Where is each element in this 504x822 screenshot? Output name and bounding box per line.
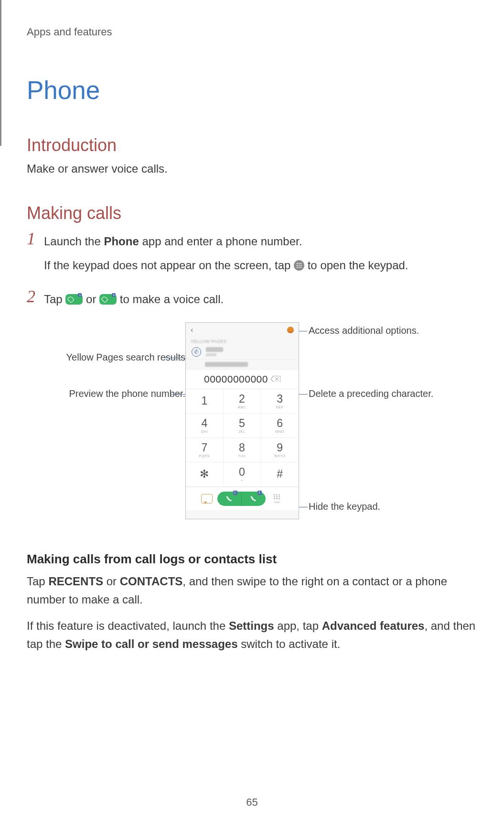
keypad-key-✻[interactable]: ✻ xyxy=(186,462,224,487)
section-making-calls-heading: Making calls xyxy=(27,203,477,223)
sim1-call-icon: 1 xyxy=(65,294,83,305)
more-options-icon[interactable] xyxy=(287,327,294,333)
key-letters: GHI xyxy=(201,430,208,433)
step-2-number: 2 xyxy=(27,288,44,305)
keypad-key-#[interactable]: # xyxy=(261,462,299,487)
step-2: 2 Tap 1 or 2 to make a voice call. xyxy=(27,288,477,309)
call-buttons: 1 2 xyxy=(217,492,266,506)
key-digit: # xyxy=(277,469,283,480)
page-number: 65 xyxy=(0,796,504,809)
key-digit: 1 xyxy=(201,395,207,406)
backspace-icon[interactable] xyxy=(271,376,280,383)
step-1a-bold: Phone xyxy=(104,235,139,248)
keypad-key-7[interactable]: 7PQRS xyxy=(186,438,224,462)
sim2-call-icon: 2 xyxy=(99,294,117,305)
breadcrumb: Apps and features xyxy=(27,26,477,38)
step-1: 1 Launch the Phone app and enter a phone… xyxy=(27,230,477,274)
callout-yellow-pages: Yellow Pages search results xyxy=(12,352,185,363)
keypad-icon xyxy=(294,260,304,271)
key-letters: TUV xyxy=(238,454,246,458)
key-letters: MNO xyxy=(275,430,284,433)
key-digit: 3 xyxy=(277,394,283,405)
callout-preview: Preview the phone number. xyxy=(12,388,185,399)
keypad-key-8[interactable]: 8TUV xyxy=(224,438,261,462)
key-digit: 8 xyxy=(239,442,245,453)
key-digit: 6 xyxy=(277,418,283,429)
subsection-call-logs-heading: Making calls from call logs or contacts … xyxy=(27,552,477,567)
left-margin-bar xyxy=(0,0,1,146)
step-1a-pre: Launch the xyxy=(44,235,104,248)
sim-badge-1: 1 xyxy=(233,491,237,495)
keypad: 12ABC3DEF4GHI5JKL6MNO7PQRS8TUV9WXYZ✻0+# xyxy=(186,389,299,487)
introduction-text: Make or answer voice calls. xyxy=(27,162,477,175)
yellow-pages-label: YELLOW PAGES xyxy=(186,337,299,345)
call-sim1-button[interactable]: 1 xyxy=(217,492,242,506)
callout-options: Access additional options. xyxy=(309,325,419,336)
key-digit: ✻ xyxy=(200,469,209,480)
keypad-key-1[interactable]: 1 xyxy=(186,389,224,414)
step-1b-pre: If the keypad does not appear on the scr… xyxy=(44,259,294,272)
step-1a-post: app and enter a phone number. xyxy=(139,235,302,248)
message-icon[interactable] xyxy=(201,494,213,504)
key-digit: 2 xyxy=(239,394,245,405)
step-2-post: to make a voice call. xyxy=(117,293,224,306)
key-letters: + xyxy=(241,479,243,482)
step-1-number: 1 xyxy=(27,230,44,247)
callout-hide: Hide the keypad. xyxy=(309,501,380,512)
keypad-dots-icon xyxy=(273,494,281,500)
step-1-body: Launch the Phone app and enter a phone n… xyxy=(44,230,477,274)
keypad-key-3[interactable]: 3DEF xyxy=(261,389,299,414)
step-2-mid: or xyxy=(83,293,99,306)
page-title: Phone xyxy=(27,76,477,105)
section-introduction-heading: Introduction xyxy=(27,135,477,155)
callout-delete: Delete a preceding character. xyxy=(309,388,433,399)
key-letters: JKL xyxy=(238,430,245,433)
step-1b: If the keypad does not appear on the scr… xyxy=(44,256,477,275)
back-icon[interactable]: ‹ xyxy=(191,326,197,334)
key-letters: PQRS xyxy=(199,454,210,458)
key-digit: 5 xyxy=(239,418,245,429)
key-digit: 9 xyxy=(277,442,283,453)
keypad-key-2[interactable]: 2ABC xyxy=(224,389,261,414)
number-display-row: 00000000000 xyxy=(186,369,299,389)
keypad-key-6[interactable]: 6MNO xyxy=(261,414,299,438)
step-1b-post: to open the keypad. xyxy=(304,259,408,272)
step-2-body: Tap 1 or 2 to make a voice call. xyxy=(44,288,477,309)
call-bar: 1 2 Hide xyxy=(186,487,299,510)
sim-badge-2: 2 xyxy=(257,491,262,495)
key-digit: 7 xyxy=(201,442,207,453)
blurred-text xyxy=(206,353,216,356)
keypad-key-5[interactable]: 5JKL xyxy=(224,414,261,438)
phone-screenshot: ‹ YELLOW PAGES ✆ 00000000000 xyxy=(185,322,299,519)
keypad-key-0[interactable]: 0+ xyxy=(224,462,261,487)
yellow-pages-result-1[interactable]: ✆ xyxy=(186,345,299,359)
yellow-pages-result-2[interactable] xyxy=(186,359,299,369)
key-digit: 4 xyxy=(201,418,207,429)
blurred-text xyxy=(205,362,248,367)
hide-label: Hide xyxy=(274,501,279,504)
key-letters: DEF xyxy=(276,406,283,409)
key-digit: 0 xyxy=(239,467,245,478)
call-logs-p2: If this feature is deactivated, launch t… xyxy=(27,617,477,654)
page: Apps and features Phone Introduction Mak… xyxy=(0,0,504,822)
phone-figure: Yellow Pages search results Preview the … xyxy=(27,322,477,528)
key-letters: WXYZ xyxy=(274,454,285,458)
keypad-key-9[interactable]: 9WXYZ xyxy=(261,438,299,462)
keypad-key-4[interactable]: 4GHI xyxy=(186,414,224,438)
call-sim2-button[interactable]: 2 xyxy=(242,492,266,506)
call-logs-p1: Tap RECENTS or CONTACTS, and then swipe … xyxy=(27,572,477,609)
screenshot-topbar: ‹ xyxy=(186,323,299,337)
yellow-pages-icon: ✆ xyxy=(192,347,201,357)
blurred-text xyxy=(206,347,223,352)
step-2-pre: Tap xyxy=(44,293,65,306)
dialed-number: 00000000000 xyxy=(204,373,268,385)
key-letters: ABC xyxy=(238,406,246,409)
hide-keypad-button[interactable]: Hide xyxy=(270,494,284,504)
